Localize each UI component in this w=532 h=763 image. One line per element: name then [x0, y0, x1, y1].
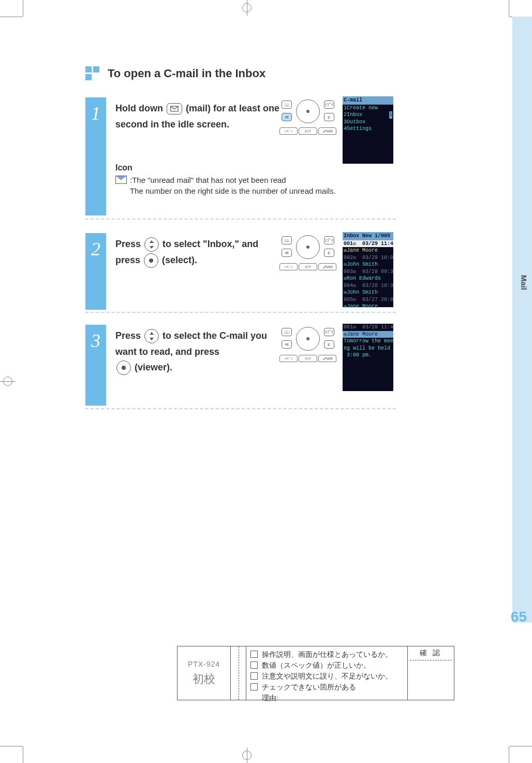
soft-key-top-left: 📖 — [282, 236, 292, 244]
proof-stage: 初校 — [193, 671, 215, 687]
instruction-text: Press — [115, 239, 143, 249]
keypad-bottom-row: ↗ﾍﾞﾝ ｸﾘｱ ↘PWR — [279, 263, 336, 270]
crop-mark — [0, 17, 23, 17]
checkbox-icon[interactable] — [250, 661, 258, 669]
power-key: ↘PWR — [318, 355, 336, 362]
proof-left: PTX-924 初校 — [178, 646, 230, 700]
list-row: ✉Ron Edwards — [343, 275, 393, 282]
icon-explanation: Icon :The "unread mail" that has not yet… — [115, 163, 396, 195]
list-row: ✉Jane Moore — [343, 303, 393, 310]
menu-item: 1Create new — [343, 105, 393, 112]
nav-up-down-key-icon — [144, 237, 159, 252]
list-row: 003✉ 03/29 09:32 — [343, 268, 393, 276]
step-number: 1 — [85, 97, 106, 124]
keypad-diagram: 📖 ｱﾌﾟﾘ ✉ E ↗ﾍﾞﾝ ｸﾘｱ ↘PWR — [279, 233, 336, 275]
center-select-key-icon — [144, 253, 158, 268]
step-number-badge: 2 — [85, 233, 106, 310]
viewer-body-line: 3:00 pm. — [343, 352, 393, 359]
icon-subdescription: The number on the right side is the numb… — [130, 186, 396, 195]
list-row: 001✉ 03/29 11:44 — [343, 240, 393, 248]
step-number: 3 — [85, 325, 106, 352]
list-row: 004✉ 03/28 10:30 — [343, 282, 393, 290]
keypad-bottom-row: ↗ﾍﾞﾝ ｸﾘｱ ↘PWR — [279, 355, 336, 362]
page-number: 65 — [511, 609, 527, 625]
checkbox-icon[interactable] — [250, 651, 258, 658]
checklist-item: 数値（スペック値）が正しいか。 — [262, 661, 371, 669]
phone-screen-inbox-list: Inbox New 1/005 001✉ 03/29 11:44 ✉Jane M… — [343, 232, 393, 307]
keypad-diagram: 📖 ｱﾌﾟﾘ ✉ E ↗ﾍﾞﾝ ｸﾘｱ ↘PWR — [279, 97, 336, 139]
viewer-body-line: Tomorrow the meeti — [343, 338, 393, 345]
step-3: 3 Press to select the C-mail you want to… — [85, 325, 396, 376]
step-separator — [85, 219, 396, 220]
step-number: 2 — [85, 233, 106, 260]
nav-ring-icon — [296, 327, 320, 351]
keypad-diagram: 📖 ｱﾌﾟﾘ ✉ E ↗ﾍﾞﾝ ｸﾘｱ ↘PWR — [279, 325, 336, 366]
icon-heading: Icon — [115, 163, 396, 172]
crop-mark — [0, 746, 23, 746]
crop-mark — [23, 746, 23, 763]
viewer-from: ✉Jane Moore — [343, 331, 393, 338]
screen-title: C-mail — [343, 96, 393, 105]
mail-key-icon — [167, 103, 182, 114]
step-number-badge: 1 — [85, 97, 106, 215]
nav-up-down-key-icon — [144, 329, 159, 343]
list-row: 005✉ 03/27 20:02 — [343, 296, 393, 304]
call-key: ↗ﾍﾞﾝ — [279, 355, 298, 362]
registration-circle-icon — [3, 377, 12, 386]
phone-screen-cmail-menu: C-mail 1Create new 2Inbox1 3Outbox 4Sett… — [343, 96, 393, 164]
confirm-label: 確 認 — [408, 646, 454, 658]
phone-screen-message-viewer: 001✉ 03/29 11:44 ✉Jane Moore Tomorrow th… — [343, 324, 393, 391]
checkbox-icon[interactable] — [250, 672, 258, 680]
chapter-tab — [512, 17, 532, 623]
step-number-badge: 3 — [85, 325, 106, 406]
menu-item: 3Outbox — [343, 119, 393, 126]
call-key: ↗ﾍﾞﾝ — [279, 127, 298, 135]
soft-key-e: E — [324, 113, 334, 121]
step-separator — [85, 408, 396, 409]
menu-item: 2Inbox1 — [343, 111, 393, 119]
checkbox-icon[interactable] — [250, 683, 258, 690]
nav-ring-icon — [296, 235, 320, 259]
power-key: ↘PWR — [318, 263, 336, 270]
step-1: 1 Hold down (mail) for at least one seco… — [85, 97, 396, 195]
crop-mark — [23, 0, 23, 17]
viewer-body-line: ng will be held at — [343, 345, 393, 352]
crop-mark — [509, 0, 509, 17]
proof-review-box: PTX-924 初校 操作説明、画面が仕様とあっているか。 数値（スペック値）が… — [177, 646, 454, 700]
proof-binding-band — [230, 646, 246, 700]
list-row: 002✉ 03/29 10:00 — [343, 254, 393, 262]
soft-key-mail: ✉ — [282, 340, 292, 349]
icon-description: :The "unread mail" that has not yet been… — [130, 176, 286, 184]
soft-key-e: E — [324, 249, 334, 257]
section-heading-text: To open a C-mail in the Inbox — [108, 67, 265, 80]
crop-mark — [509, 746, 532, 746]
menu-item: 4Settings — [343, 125, 393, 133]
clear-key: ｸﾘｱ — [299, 355, 317, 362]
step-2: 2 Press to select "Inbox," and press (se… — [85, 233, 396, 268]
instruction-text: (viewer). — [135, 362, 172, 372]
nav-ring-icon — [296, 99, 320, 123]
soft-key-top-right: ｱﾌﾟﾘ — [324, 328, 334, 336]
screen-title: Inbox New 1/005 — [343, 232, 393, 240]
section-heading-icon — [85, 66, 99, 80]
instruction-text: (select). — [162, 255, 197, 265]
list-row: ✉John Smith — [343, 261, 393, 268]
registration-circle-icon — [242, 3, 252, 12]
soft-key-e: E — [324, 340, 334, 349]
proof-checklist: 操作説明、画面が仕様とあっているか。 数値（スペック値）が正しいか。 注意文や説… — [246, 646, 407, 700]
instruction-text: Hold down — [115, 103, 166, 113]
registration-circle-icon — [242, 751, 252, 760]
checklist-item: 操作説明、画面が仕様とあっているか。 — [262, 651, 392, 658]
checklist-item: チェックできない箇所がある — [262, 683, 356, 691]
soft-key-top-left: 📖 — [282, 100, 292, 109]
section-heading: To open a C-mail in the Inbox — [85, 66, 265, 80]
step-separator — [85, 312, 396, 313]
instruction-text: Press — [115, 330, 143, 341]
model-number: PTX-924 — [188, 660, 220, 668]
soft-key-mail: ✉ — [282, 249, 292, 257]
soft-key-top-left: 📖 — [282, 328, 292, 336]
crop-mark — [509, 746, 509, 763]
list-row: ✉Jane Moore — [343, 247, 393, 254]
center-select-key-icon — [116, 361, 131, 375]
soft-key-mail: ✉ — [282, 113, 292, 121]
